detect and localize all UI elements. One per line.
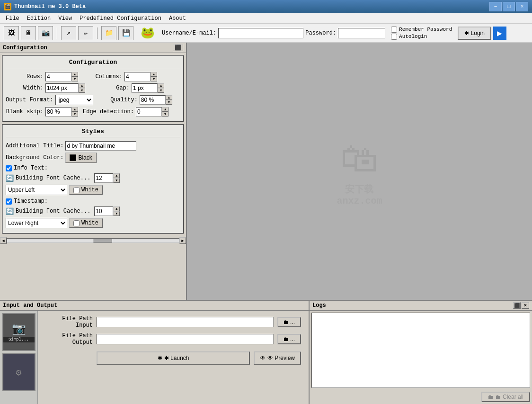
close-button[interactable]: × [516, 2, 528, 11]
menu-about[interactable]: About [165, 14, 190, 23]
h-scroll-left[interactable]: ◀ [0, 237, 7, 244]
edge-detection-up[interactable]: ▲ [162, 107, 168, 112]
menu-edition[interactable]: Edition [23, 14, 54, 23]
tool-pencil-btn[interactable]: ✏ [78, 26, 93, 40]
timestamp-label: Timestamp: [14, 198, 48, 205]
timestamp-font-up[interactable]: ▲ [113, 206, 120, 211]
clear-all-button[interactable]: 🖿 🖿 Clear all [481, 392, 530, 402]
output-format-select[interactable]: jpeg png bmp [55, 95, 93, 105]
timestamp-font-down[interactable]: ▼ [113, 211, 120, 216]
quality-down[interactable]: ▼ [166, 100, 172, 105]
gap-down[interactable]: ▼ [158, 88, 164, 93]
rows-input[interactable] [45, 72, 71, 81]
blank-skip-label: Blank skip: [6, 108, 44, 115]
remember-password-checkbox[interactable] [391, 27, 397, 33]
rows-up[interactable]: ▲ [71, 72, 78, 77]
columns-up[interactable]: ▲ [151, 72, 157, 77]
password-input[interactable] [338, 28, 385, 38]
tool-open-btn[interactable]: 🖼 [4, 26, 19, 40]
preview-button[interactable]: 👁 👁 Preview [254, 351, 301, 365]
timestamp-font-size-input[interactable] [94, 206, 113, 216]
main-area: Configuration ⬛ Configuration Rows: ▲ ▼ [0, 43, 532, 404]
blank-skip-up[interactable]: ▲ [71, 107, 78, 112]
info-font-up[interactable]: ▲ [113, 173, 120, 178]
tool-folder-btn[interactable]: 📁 [101, 26, 116, 40]
info-font-down[interactable]: ▼ [113, 178, 120, 183]
autologin-row[interactable]: Autologin [391, 34, 452, 40]
gap-input[interactable] [132, 83, 158, 93]
width-spinner: ▲ ▼ [45, 83, 85, 93]
thumb-settings-icon: ⚙ [16, 367, 21, 378]
info-font-size-input[interactable] [94, 173, 113, 183]
blank-skip-input[interactable] [45, 107, 71, 117]
background-color-swatch [70, 154, 76, 161]
minimize-button[interactable]: − [489, 2, 502, 11]
h-scroll-track[interactable] [7, 238, 179, 243]
blank-skip-down[interactable]: ▼ [71, 112, 78, 117]
info-position-select[interactable]: Upper Left Upper Right Lower Left Lower … [6, 185, 67, 195]
width-down[interactable]: ▼ [79, 88, 85, 93]
username-input[interactable] [218, 28, 303, 38]
logs-content[interactable] [311, 313, 530, 388]
browse-output-button[interactable]: 🖿 ... [277, 334, 301, 344]
gap-up[interactable]: ▲ [158, 83, 164, 88]
blank-row: Blank skip: ▲ ▼ Edge detection: [6, 107, 180, 117]
arrow-button[interactable]: ▶ [493, 27, 506, 40]
tool-screen-btn[interactable]: 🖥 [21, 26, 36, 40]
h-scroll-right[interactable]: ▶ [179, 237, 186, 244]
browse-input-button[interactable]: 🖿 ... [277, 317, 301, 327]
info-text-checkbox[interactable] [6, 165, 12, 171]
info-color-checkbox[interactable] [73, 187, 80, 193]
timestamp-color-button[interactable]: White [69, 218, 103, 228]
menu-view[interactable]: View [54, 14, 76, 23]
width-input[interactable] [45, 83, 79, 93]
format-row: Output Format: jpeg png bmp Quality: ▲ ▼ [6, 95, 180, 105]
logs-close-btn[interactable]: × [522, 302, 529, 309]
maximize-button[interactable]: □ [503, 2, 515, 11]
rows-spinner: ▲ ▼ [45, 72, 78, 81]
remember-password-row[interactable]: Remember Password [391, 27, 452, 33]
file-path-output-row: File Path Output 🖿 ... [45, 332, 301, 346]
timestamp-refresh-icon[interactable]: 🔄 [6, 207, 14, 215]
file-path-output[interactable] [97, 334, 274, 344]
gap-spinner: ▲ ▼ [132, 83, 164, 93]
rows-label: Rows: [6, 73, 44, 80]
columns-input[interactable] [124, 72, 151, 81]
quality-input[interactable] [140, 95, 166, 105]
menu-predefined[interactable]: Predefined Configuration [76, 14, 165, 23]
width-up[interactable]: ▲ [79, 83, 85, 88]
tool-arrow-btn[interactable]: ↗ [61, 26, 76, 40]
edge-detection-down[interactable]: ▼ [162, 112, 168, 117]
launch-icon: ✱ [158, 355, 162, 361]
launch-button[interactable]: ✱ ✱ Launch [97, 351, 250, 365]
io-thumb-2[interactable]: ⚙ [2, 353, 35, 391]
timestamp-checkbox[interactable] [6, 198, 12, 205]
h-scroll-thumb[interactable] [93, 239, 112, 242]
file-path-input[interactable] [97, 317, 274, 327]
rows-row: Rows: ▲ ▼ Columns: ▲ [6, 72, 180, 81]
logs-restore-btn[interactable]: ⬛ [513, 302, 521, 309]
window-controls: − □ × [489, 2, 528, 11]
timestamp-position-select[interactable]: Upper Left Upper Right Lower Left Lower … [6, 218, 67, 228]
panel-scroll[interactable]: Configuration Rows: ▲ ▼ Columns: [0, 53, 186, 300]
additional-title-label: Additional Title: [6, 143, 63, 149]
quality-spinner: ▲ ▼ [140, 95, 172, 105]
tool-camera-btn[interactable]: 📷 [38, 26, 53, 40]
thumb-camera-icon: 📷 [12, 322, 26, 336]
columns-down[interactable]: ▼ [151, 77, 157, 81]
login-button[interactable]: ✱ Login [458, 27, 491, 40]
panel-expand-btn[interactable]: ⬛ [173, 44, 183, 51]
autologin-checkbox[interactable] [391, 34, 397, 40]
info-refresh-icon[interactable]: 🔄 [6, 174, 14, 182]
tool-save-btn[interactable]: 💾 [118, 26, 133, 40]
background-color-button[interactable]: Black [65, 153, 96, 163]
info-color-button[interactable]: White [69, 185, 103, 195]
rows-down[interactable]: ▼ [71, 77, 78, 81]
quality-up[interactable]: ▲ [166, 95, 172, 100]
timestamp-color-checkbox[interactable] [73, 220, 80, 226]
edge-detection-input[interactable] [136, 107, 162, 117]
timestamp-font-arrows: ▲ ▼ [113, 206, 120, 216]
menu-file[interactable]: File [2, 14, 23, 23]
additional-title-input[interactable] [65, 141, 136, 151]
io-thumb-1[interactable]: 📷 Simpl... [2, 313, 35, 351]
